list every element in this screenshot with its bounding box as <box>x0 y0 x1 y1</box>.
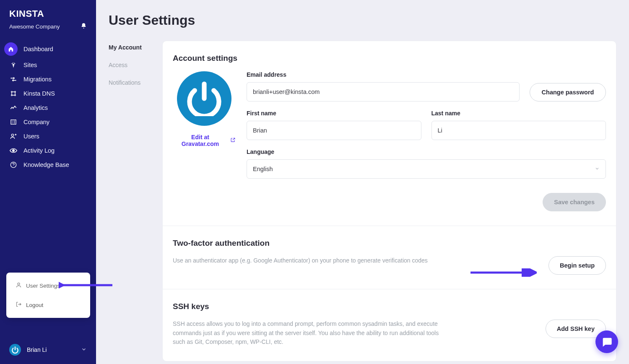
last-name-field-group: Last name <box>431 110 606 140</box>
sidebar: KINSTA Awesome Company Dashboard Sites M… <box>0 0 96 364</box>
nav-company[interactable]: Company <box>3 115 94 129</box>
gravatar-icon <box>9 344 21 356</box>
logout-icon <box>16 301 22 309</box>
begin-setup-button[interactable]: Begin setup <box>548 256 606 275</box>
change-password-button[interactable]: Change password <box>530 83 606 101</box>
person-icon <box>16 282 22 289</box>
nav-label: Dashboard <box>23 46 53 52</box>
menu-label: Logout <box>26 302 43 308</box>
company-icon <box>9 119 18 125</box>
svg-point-8 <box>18 283 20 285</box>
last-name-label: Last name <box>431 110 606 117</box>
help-icon <box>9 161 18 168</box>
settings-panel: Account settings Edit at Gravatar.com <box>162 41 616 361</box>
user-menu-popup: User Settings Logout <box>6 273 90 318</box>
section-heading: Account settings <box>173 54 606 63</box>
account-settings-section: Account settings Edit at Gravatar.com <box>163 41 616 226</box>
svg-point-0 <box>11 91 13 93</box>
sidebar-user-footer[interactable]: Brian Li <box>0 337 96 364</box>
migrate-icon <box>9 77 18 82</box>
nav-sites[interactable]: Sites <box>3 58 94 72</box>
two-factor-description: Use an authenticator app (e.g. Google Au… <box>173 256 450 265</box>
analytics-icon <box>9 105 18 110</box>
svg-point-5 <box>11 134 13 136</box>
nav-kb[interactable]: Knowledge Base <box>3 158 94 172</box>
user-name: Brian Li <box>27 346 47 353</box>
language-label: Language <box>247 148 606 155</box>
save-changes-button[interactable]: Save changes <box>543 193 606 211</box>
main-content: User Settings My Account Access Notifica… <box>96 0 629 364</box>
section-heading: Two-factor authentication <box>173 239 606 248</box>
nav-analytics[interactable]: Analytics <box>3 101 94 115</box>
link-label: Edit at Gravatar.com <box>173 134 228 147</box>
intercom-chat-button[interactable] <box>595 330 618 353</box>
last-name-input[interactable] <box>431 121 606 140</box>
language-field-group: Language English <box>247 148 606 179</box>
svg-rect-4 <box>11 120 16 125</box>
ssh-keys-section: SSH keys SSH access allows you to log in… <box>163 289 616 361</box>
svg-point-3 <box>15 95 16 96</box>
email-field-group: Email address <box>247 71 520 101</box>
two-factor-section: Two-factor authentication Use an authent… <box>163 226 616 289</box>
nav-label: Company <box>23 119 49 125</box>
language-value: English <box>253 166 273 172</box>
dns-icon <box>9 90 18 97</box>
section-heading: SSH keys <box>173 302 606 311</box>
gravatar-avatar <box>177 71 231 126</box>
page-title: User Settings <box>109 13 616 28</box>
nav-label: Sites <box>23 62 37 68</box>
subnav-my-account[interactable]: My Account <box>109 44 151 51</box>
svg-point-6 <box>13 150 15 152</box>
nav-label: Kinsta DNS <box>23 90 55 97</box>
users-icon <box>9 133 18 140</box>
menu-label: User Settings <box>26 283 60 289</box>
svg-point-1 <box>15 91 16 93</box>
nav-label: Knowledge Base <box>23 161 69 168</box>
diamond-icon <box>9 62 18 68</box>
chevron-down-icon <box>595 166 600 172</box>
nav-migrations[interactable]: Migrations <box>3 72 94 86</box>
logout-menu-item[interactable]: Logout <box>6 297 90 313</box>
sidebar-nav: Dashboard Sites Migrations Kinsta DNS An… <box>0 40 96 172</box>
first-name-label: First name <box>247 110 421 117</box>
external-link-icon <box>230 137 236 144</box>
email-input[interactable] <box>247 82 520 101</box>
eye-icon <box>9 148 18 153</box>
nav-label: Activity Log <box>23 147 55 154</box>
subnav-notifications[interactable]: Notifications <box>109 79 151 86</box>
nav-label: Users <box>23 133 39 140</box>
first-name-input[interactable] <box>247 121 421 140</box>
brand-logo: KINSTA <box>0 8 96 23</box>
nav-dashboard[interactable]: Dashboard <box>3 40 94 58</box>
nav-label: Analytics <box>23 104 48 111</box>
nav-activity[interactable]: Activity Log <box>3 143 94 158</box>
settings-subnav: My Account Access Notifications <box>109 41 151 361</box>
edit-gravatar-link[interactable]: Edit at Gravatar.com <box>173 134 236 147</box>
chevron-down-icon <box>81 346 87 354</box>
home-icon <box>4 42 18 56</box>
first-name-field-group: First name <box>247 110 421 140</box>
email-label: Email address <box>247 71 520 78</box>
svg-point-2 <box>11 95 13 96</box>
ssh-description: SSH access allows you to log into a comm… <box>173 320 450 347</box>
company-name: Awesome Company <box>9 23 60 30</box>
nav-dns[interactable]: Kinsta DNS <box>3 86 94 101</box>
language-select[interactable]: English <box>247 159 606 179</box>
nav-users[interactable]: Users <box>3 129 94 143</box>
nav-label: Migrations <box>23 76 52 83</box>
bell-icon[interactable] <box>81 23 87 30</box>
subnav-access[interactable]: Access <box>109 62 151 68</box>
user-settings-menu-item[interactable]: User Settings <box>6 278 90 297</box>
